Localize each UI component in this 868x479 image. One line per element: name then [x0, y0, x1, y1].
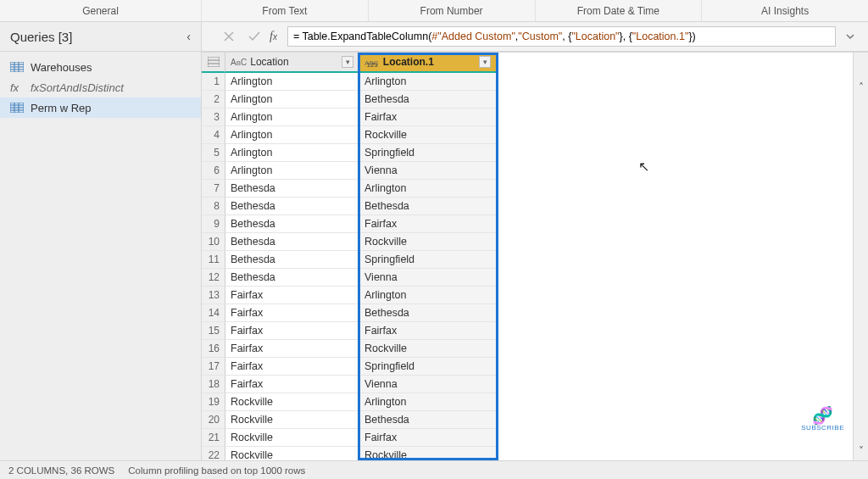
row-number[interactable]: 15	[202, 322, 225, 340]
status-columns-rows: 2 COLUMNS, 36 ROWS	[8, 465, 114, 476]
ribbon-group-ai-insights[interactable]: AI Insights	[702, 0, 868, 21]
row-number[interactable]: 3	[202, 109, 225, 126]
scroll-down-icon[interactable]: ˅	[859, 442, 864, 460]
cell-location1[interactable]: Arlington	[359, 287, 497, 304]
row-number[interactable]: 19	[202, 393, 225, 411]
cell-location1[interactable]: Vienna	[359, 162, 497, 180]
cell-location1[interactable]: Rockville	[359, 126, 497, 144]
cell-location[interactable]: Arlington	[225, 91, 359, 109]
query-label: Perm w Rep	[31, 102, 92, 114]
queries-title: Queries [3]	[10, 30, 72, 44]
row-number[interactable]: 4	[202, 126, 225, 144]
cell-location1[interactable]: Springfield	[359, 144, 497, 162]
row-number[interactable]: 21	[202, 429, 225, 447]
column-filter-dropdown-icon[interactable]: ▾	[342, 56, 353, 68]
data-grid[interactable]: ABC Location ▾ ABC 123 Location.1 ▾ 1Arl…	[202, 53, 497, 460]
cell-location[interactable]: Fairfax	[225, 340, 359, 358]
cell-location[interactable]: Fairfax	[225, 376, 359, 393]
subscribe-badge[interactable]: 🧬 SUBSCRIBE	[801, 407, 844, 432]
svg-rect-14	[208, 57, 220, 67]
expand-formula-icon[interactable]	[841, 27, 860, 46]
cell-location[interactable]: Rockville	[225, 411, 359, 429]
fx-icon: fx	[10, 81, 24, 94]
row-number[interactable]: 13	[202, 287, 225, 304]
query-item-fx[interactable]: fx fxSortAndIsDistinct	[0, 77, 201, 97]
cell-location1[interactable]: Fairfax	[359, 429, 497, 447]
row-number[interactable]: 17	[202, 358, 225, 376]
row-number[interactable]: 10	[202, 233, 225, 251]
cell-location[interactable]: Bethesda	[225, 233, 359, 251]
cell-location1[interactable]: Springfield	[359, 251, 497, 269]
row-number[interactable]: 20	[202, 411, 225, 429]
ribbon-group-from-number[interactable]: From Number	[369, 0, 536, 21]
cell-location[interactable]: Bethesda	[225, 215, 359, 233]
row-number[interactable]: 18	[202, 376, 225, 393]
cell-location1[interactable]: Fairfax	[359, 322, 497, 340]
formula-bar: fx = Table.ExpandTableColumn( #"Added Cu…	[202, 22, 868, 52]
row-number[interactable]: 5	[202, 144, 225, 162]
formula-input[interactable]: = Table.ExpandTableColumn( #"Added Custo…	[287, 26, 836, 47]
cell-location[interactable]: Arlington	[225, 73, 359, 91]
cell-location1[interactable]: Rockville	[359, 447, 497, 460]
table-icon	[10, 62, 24, 72]
scroll-up-icon[interactable]: ˄	[859, 78, 864, 97]
column-header-location1[interactable]: ABC 123 Location.1 ▾	[359, 53, 497, 73]
row-number[interactable]: 9	[202, 215, 225, 233]
cell-location[interactable]: Bethesda	[225, 269, 359, 287]
column-header-location[interactable]: ABC Location ▾	[225, 53, 359, 73]
status-profiling: Column profiling based on top 1000 rows	[128, 465, 305, 476]
ribbon-group-from-text[interactable]: From Text	[202, 0, 369, 21]
row-number[interactable]: 7	[202, 180, 225, 198]
query-item-perm-w-rep[interactable]: Perm w Rep	[0, 97, 201, 118]
cell-location[interactable]: Arlington	[225, 126, 359, 144]
cell-location1[interactable]: Bethesda	[359, 198, 497, 215]
cell-location[interactable]: Bethesda	[225, 198, 359, 215]
cell-location1[interactable]: Bethesda	[359, 411, 497, 429]
cell-location1[interactable]: Vienna	[359, 376, 497, 393]
cell-location[interactable]: Fairfax	[225, 322, 359, 340]
row-number[interactable]: 14	[202, 304, 225, 322]
cell-location[interactable]: Fairfax	[225, 287, 359, 304]
cell-location[interactable]: Arlington	[225, 144, 359, 162]
cell-location1[interactable]: Rockville	[359, 233, 497, 251]
column-filter-dropdown-icon[interactable]: ▾	[479, 56, 491, 68]
column-name: Location.1	[383, 56, 434, 68]
cancel-formula-icon[interactable]	[219, 26, 239, 47]
row-number[interactable]: 12	[202, 269, 225, 287]
cell-location[interactable]: Arlington	[225, 109, 359, 126]
cell-location[interactable]: Bethesda	[225, 251, 359, 269]
ribbon-group-from-datetime[interactable]: From Date & Time	[536, 0, 703, 21]
row-number[interactable]: 1	[202, 73, 225, 91]
query-item-warehouses[interactable]: Warehouses	[0, 57, 201, 77]
collapse-pane-icon[interactable]: ‹	[186, 30, 191, 43]
cell-location1[interactable]: Arlington	[359, 73, 497, 91]
cell-location1[interactable]: Bethesda	[359, 91, 497, 109]
cell-location[interactable]: Rockville	[225, 447, 359, 460]
cell-location1[interactable]: Bethesda	[359, 304, 497, 322]
cell-location1[interactable]: Fairfax	[359, 109, 497, 126]
cell-location[interactable]: Bethesda	[225, 180, 359, 198]
column-name: Location	[250, 56, 288, 68]
row-number[interactable]: 2	[202, 91, 225, 109]
cell-location1[interactable]: Arlington	[359, 393, 497, 411]
row-number[interactable]: 11	[202, 251, 225, 269]
cell-location[interactable]: Rockville	[225, 393, 359, 411]
cell-location[interactable]: Fairfax	[225, 358, 359, 376]
row-number[interactable]: 8	[202, 198, 225, 215]
cell-location1[interactable]: Rockville	[359, 340, 497, 358]
commit-formula-icon[interactable]	[244, 26, 264, 47]
cell-location[interactable]: Fairfax	[225, 304, 359, 322]
table-corner-button[interactable]	[202, 53, 225, 73]
cell-location[interactable]: Arlington	[225, 162, 359, 180]
vertical-scrollbar[interactable]: ˄ ˅	[853, 53, 868, 460]
row-number[interactable]: 16	[202, 340, 225, 358]
cell-location[interactable]: Rockville	[225, 429, 359, 447]
cell-location1[interactable]: Vienna	[359, 269, 497, 287]
cell-location1[interactable]: Fairfax	[359, 215, 497, 233]
queries-panel: Queries [3] ‹ Warehouses fx fxSortAndIsD…	[0, 22, 202, 460]
row-number[interactable]: 22	[202, 447, 225, 460]
ribbon-group-general[interactable]: General	[0, 0, 202, 21]
cell-location1[interactable]: Springfield	[359, 358, 497, 376]
cell-location1[interactable]: Arlington	[359, 180, 497, 198]
row-number[interactable]: 6	[202, 162, 225, 180]
